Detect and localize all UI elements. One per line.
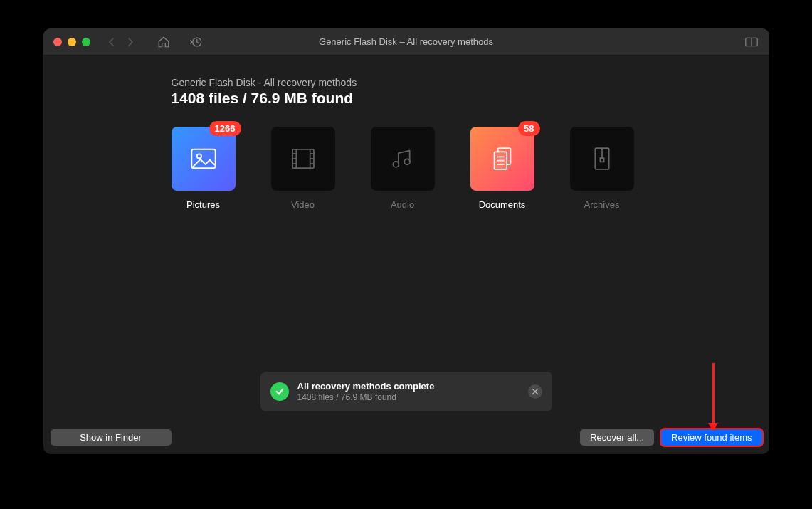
- history-button[interactable]: [189, 34, 204, 50]
- archives-icon: [586, 143, 618, 174]
- archives-tile: [570, 127, 634, 191]
- app-window: Generic Flash Disk – All recovery method…: [43, 28, 769, 454]
- video-icon: [288, 143, 319, 174]
- checkmark-icon: [270, 382, 289, 401]
- back-button[interactable]: [103, 34, 119, 50]
- main-content: Generic Flash Disk - All recovery method…: [43, 56, 769, 426]
- review-found-items-button[interactable]: Review found items: [661, 429, 761, 446]
- pictures-icon: [188, 143, 219, 174]
- nav-controls: [103, 34, 204, 50]
- home-button[interactable]: [156, 34, 172, 50]
- category-archives[interactable]: Archives: [570, 127, 634, 210]
- titlebar: Generic Flash Disk – All recovery method…: [43, 28, 769, 56]
- minimize-window-button[interactable]: [68, 38, 76, 46]
- pictures-label: Pictures: [186, 199, 220, 210]
- maximize-window-button[interactable]: [82, 38, 90, 46]
- close-window-button[interactable]: [53, 38, 62, 46]
- recover-all-button[interactable]: Recover all...: [580, 429, 654, 446]
- completion-toast: All recovery methods complete 1408 files…: [260, 372, 552, 411]
- archives-label: Archives: [584, 199, 620, 210]
- audio-tile: [371, 127, 435, 191]
- toast-subtitle: 1408 files / 76.9 MB found: [297, 392, 520, 402]
- forward-button[interactable]: [123, 34, 139, 50]
- toast-title: All recovery methods complete: [297, 381, 520, 392]
- toast-text: All recovery methods complete 1408 files…: [297, 381, 520, 402]
- pictures-tile: 1266: [172, 127, 236, 191]
- page-title: 1408 files / 76.9 MB found: [172, 90, 748, 107]
- show-in-finder-button[interactable]: Show in Finder: [51, 429, 172, 446]
- video-label: Video: [291, 199, 315, 210]
- window-controls: [53, 38, 90, 46]
- audio-label: Audio: [391, 199, 414, 210]
- svg-point-4: [196, 154, 201, 158]
- breadcrumb: Generic Flash Disk - All recovery method…: [172, 77, 748, 88]
- category-grid: 1266 Pictures: [172, 127, 748, 210]
- documents-badge: 58: [518, 121, 539, 136]
- category-audio[interactable]: Audio: [371, 127, 435, 210]
- svg-rect-23: [600, 158, 603, 162]
- footer-bar: Show in Finder Recover all... Review fou…: [43, 426, 769, 454]
- sidebar-toggle-button[interactable]: [744, 34, 759, 50]
- documents-label: Documents: [479, 199, 526, 210]
- documents-icon: [487, 143, 518, 174]
- documents-tile: 58: [470, 127, 534, 191]
- category-pictures[interactable]: 1266 Pictures: [172, 127, 236, 210]
- window-title: Generic Flash Disk – All recovery method…: [319, 36, 493, 47]
- category-documents[interactable]: 58 Documents: [470, 127, 534, 210]
- video-tile: [271, 127, 335, 191]
- audio-icon: [387, 143, 418, 174]
- toast-close-button[interactable]: [528, 384, 542, 399]
- pictures-badge: 1266: [209, 121, 241, 136]
- category-video[interactable]: Video: [271, 127, 335, 210]
